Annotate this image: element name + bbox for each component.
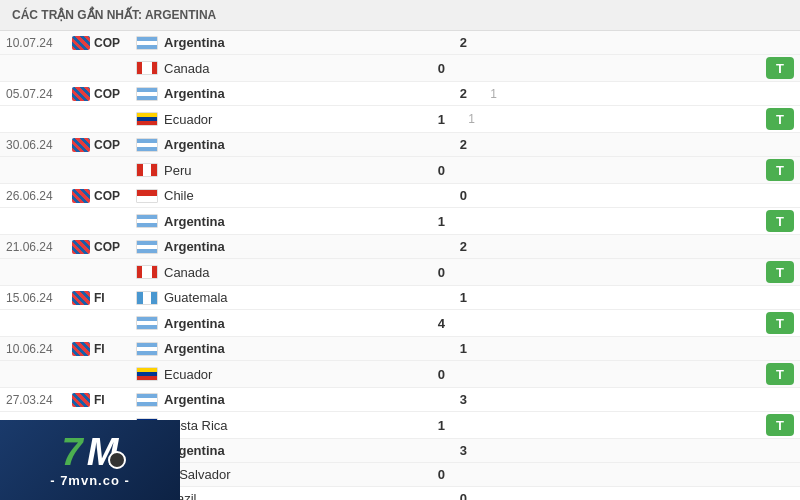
team-name: Canada — [130, 57, 419, 80]
t-button[interactable]: T — [766, 159, 794, 181]
watermark-m: M — [87, 433, 119, 471]
t-button[interactable]: T — [766, 57, 794, 79]
competition-label: COP — [92, 189, 130, 203]
match-score-secondary — [449, 471, 479, 479]
competition-label: FI — [92, 393, 130, 407]
team-name-text: Argentina — [164, 137, 225, 152]
flag-icon — [136, 393, 158, 407]
t-button[interactable]: T — [766, 414, 794, 436]
competition-icon — [70, 36, 92, 50]
match-score-secondary — [471, 495, 501, 501]
table-row: Ecuador0T — [0, 361, 800, 388]
team-name-text: Guatemala — [164, 290, 228, 305]
table-row: 10.07.24COPArgentina2 — [0, 31, 800, 55]
flag-icon — [136, 265, 158, 279]
table-row: 26.06.24COPChile0 — [0, 184, 800, 208]
team-name-text: Argentina — [164, 392, 225, 407]
match-group: 30.06.24COPArgentina2 Peru0T — [0, 133, 800, 184]
match-score: 2 — [441, 235, 471, 258]
match-group: 21.06.24COPArgentina2 Canada0T — [0, 235, 800, 286]
competition-icon — [70, 393, 92, 407]
flag-icon — [136, 163, 158, 177]
match-score-secondary — [449, 268, 479, 276]
competition-label: COP — [92, 240, 130, 254]
t-button[interactable]: T — [766, 363, 794, 385]
match-score-secondary — [471, 192, 501, 200]
table-row: 30.06.24COPArgentina2 — [0, 133, 800, 157]
header-title: CÁC TRẬN GẦN NHẤT: ARGENTINA — [12, 8, 216, 22]
match-score: 0 — [441, 184, 471, 207]
team-name-text: Chile — [164, 188, 194, 203]
match-score: 0 — [419, 159, 449, 182]
flag-icon — [136, 61, 158, 75]
match-score-secondary — [471, 141, 501, 149]
table-row: 21.06.24COPArgentina2 — [0, 235, 800, 259]
match-score-secondary — [449, 421, 479, 429]
match-meta: 15.06.24FI — [0, 287, 130, 309]
match-score: 2 — [441, 133, 471, 156]
match-group: 26.06.24COPChile0 Argentina1T — [0, 184, 800, 235]
match-score-secondary — [471, 345, 501, 353]
match-date: 10.07.24 — [0, 32, 70, 54]
table-row: 27.03.24FIArgentina3 — [0, 388, 800, 412]
competition-label: FI — [92, 342, 130, 356]
team-name: Argentina — [130, 210, 419, 233]
table-row: Argentina4T — [0, 310, 800, 337]
team-name: Argentina — [130, 235, 441, 258]
header: CÁC TRẬN GẦN NHẤT: ARGENTINA — [0, 0, 800, 31]
team-name: Chile — [130, 184, 441, 207]
team-name: Argentina — [130, 31, 441, 54]
table-row: Canada0T — [0, 55, 800, 82]
match-score: 4 — [419, 312, 449, 335]
match-group: 15.06.24FIGuatemala1 Argentina4T — [0, 286, 800, 337]
team-name-text: Ecuador — [164, 112, 212, 127]
match-score: 0 — [441, 487, 471, 500]
table-row: 10.06.24FIArgentina1 — [0, 337, 800, 361]
team-name-text: Argentina — [164, 341, 225, 356]
match-date: 21.06.24 — [0, 236, 70, 258]
table-row: 05.07.24COPArgentina21 — [0, 82, 800, 106]
watermark-7: 7 — [62, 433, 83, 471]
team-name: Argentina — [130, 312, 419, 335]
team-name: Ecuador — [130, 363, 419, 386]
t-button[interactable]: T — [766, 312, 794, 334]
match-meta — [0, 316, 130, 331]
team-name: Canada — [130, 261, 419, 284]
match-group: 10.06.24FIArgentina1 Ecuador0T — [0, 337, 800, 388]
match-score: 1 — [419, 210, 449, 233]
flag-icon — [136, 189, 158, 203]
competition-icon — [70, 87, 92, 101]
competition-label: COP — [92, 138, 130, 152]
match-date: 15.06.24 — [0, 287, 70, 309]
match-score: 1 — [441, 337, 471, 360]
competition-label: COP — [92, 36, 130, 50]
watermark: 7 M - 7mvn.co - — [0, 420, 180, 500]
flag-icon — [136, 214, 158, 228]
match-score: 2 — [441, 82, 471, 105]
watermark-domain: - 7mvn.co - — [50, 473, 130, 488]
team-name-text: Ecuador — [164, 367, 212, 382]
match-meta: 27.03.24FI — [0, 389, 130, 411]
team-name-text: Canada — [164, 265, 210, 280]
t-button[interactable]: T — [766, 108, 794, 130]
match-score-secondary — [449, 370, 479, 378]
match-group: 05.07.24COPArgentina21 Ecuador11T — [0, 82, 800, 133]
match-meta — [0, 112, 130, 127]
match-score: 2 — [441, 31, 471, 54]
team-name: Guatemala — [130, 286, 441, 309]
match-score: 0 — [419, 261, 449, 284]
flag-icon — [136, 291, 158, 305]
competition-icon — [70, 342, 92, 356]
team-name-text: Peru — [164, 163, 191, 178]
competition-icon — [70, 291, 92, 305]
match-score-secondary — [449, 64, 479, 72]
t-button[interactable]: T — [766, 261, 794, 283]
flag-icon — [136, 240, 158, 254]
competition-icon — [70, 189, 92, 203]
t-button[interactable]: T — [766, 210, 794, 232]
team-name: Argentina — [130, 388, 441, 411]
match-meta: 05.07.24COP — [0, 83, 130, 105]
match-meta — [0, 163, 130, 178]
table-row: Argentina1T — [0, 208, 800, 235]
match-score: 0 — [419, 463, 449, 486]
